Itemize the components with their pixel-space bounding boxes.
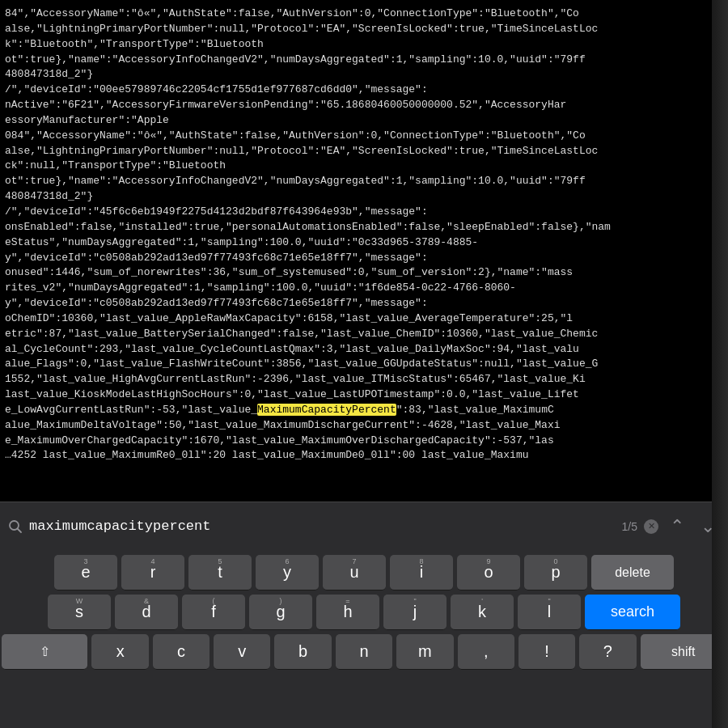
- log-line: rites_v2","numDaysAggregated":1,"samplin…: [5, 281, 707, 296]
- log-line: k":"Bluetooth","TransportType":"Bluetoot…: [5, 37, 707, 53]
- match-count: 1/5: [622, 520, 637, 533]
- key-shift-left[interactable]: ⇧: [2, 634, 87, 670]
- key-comma[interactable]: ,: [458, 634, 514, 670]
- log-line: onused":1446,"sum_of_norewrites":36,"sum…: [5, 265, 707, 281]
- search-input[interactable]: [29, 518, 616, 534]
- search-bar: 1/5 ✕ ⌃ ⌄: [0, 502, 728, 550]
- key-y[interactable]: 6y: [256, 555, 319, 590]
- search-icon: [8, 519, 23, 534]
- log-line: ot":true},"name":"AccessoryInfoChangedV2…: [5, 174, 707, 189]
- log-line: last_value_KioskModeLastHighSocHours":0,…: [5, 387, 707, 403]
- key-c[interactable]: c: [153, 634, 210, 670]
- log-line: /","deviceId":"45f6c6eb1949f2275d4123d2b…: [5, 205, 707, 220]
- log-line: 480847318d_2"}: [5, 67, 707, 83]
- key-g[interactable]: )g: [249, 595, 312, 630]
- key-t[interactable]: 5t: [188, 555, 252, 590]
- key-x[interactable]: x: [91, 634, 148, 670]
- log-line: 480847318d_2"}: [5, 189, 707, 205]
- log-content-area: 84","AccessoryName":"ô«","AuthState":fal…: [0, 0, 712, 502]
- log-line: etric":87,"last_value_BatterySerialChang…: [5, 327, 707, 342]
- key-i[interactable]: 8i: [390, 555, 453, 590]
- log-line: alse,"LightningPrimaryPortNumber":null,"…: [5, 22, 707, 37]
- log-line: alse,"LightningPrimaryPortNumber":null,"…: [5, 144, 707, 159]
- log-line: ck":null,"TransportType":"Bluetooth: [5, 159, 707, 174]
- navigate-up-button[interactable]: ⌃: [665, 514, 689, 539]
- key-exclamation[interactable]: !: [518, 634, 575, 670]
- keyboard: 3e 4r 5t 6y 7u 8i 9o 0p delete Ws &d (f …: [0, 550, 728, 728]
- log-line: nActive":"6F21","AccessoryFirmwareVersio…: [5, 98, 707, 113]
- search-highlight: MaximumCapacityPercent: [257, 404, 396, 416]
- log-line: 1552,"last_value_HighAvgCurrentLastRun":…: [5, 372, 707, 387]
- key-k[interactable]: 'k: [451, 595, 514, 630]
- key-r[interactable]: 4r: [121, 555, 184, 590]
- log-line: al_CycleCount":293,"last_value_CycleCoun…: [5, 342, 707, 358]
- log-line: y","deviceId":"c0508ab292ad13ed97f77493f…: [5, 296, 707, 311]
- key-p[interactable]: 0p: [524, 555, 587, 590]
- right-bezel: [712, 0, 728, 728]
- keyboard-row-3: ⇧ x c v b n m , ! ? shift: [2, 634, 726, 670]
- log-line: oChemID":10360,"last_value_AppleRawMaxCa…: [5, 311, 707, 327]
- key-d[interactable]: &d: [115, 595, 178, 630]
- key-l[interactable]: "l: [518, 595, 581, 630]
- key-u[interactable]: 7u: [323, 555, 386, 590]
- key-o[interactable]: 9o: [457, 555, 520, 590]
- key-m[interactable]: m: [396, 634, 453, 670]
- key-j[interactable]: "j: [383, 595, 447, 630]
- log-line: e_MaximumOverChargedCapacity":1670,"last…: [5, 434, 707, 449]
- key-delete[interactable]: delete: [591, 555, 674, 590]
- key-v[interactable]: v: [214, 634, 270, 670]
- key-n[interactable]: n: [336, 634, 392, 670]
- log-line-with-highlight: e_LowAvgCurrentLastRun":-53,"last_value_…: [5, 403, 707, 418]
- log-line: essoryManufacturer":"Apple: [5, 113, 707, 129]
- log-line: /","deviceId":"00ee57989746c22054cf1755d…: [5, 83, 707, 98]
- log-line: onsEnabled":false,"installed":true,"pers…: [5, 220, 707, 235]
- key-e[interactable]: 3e: [54, 555, 117, 590]
- log-line: …4252 last_value_MaximumRe0_0ll":20 last…: [5, 448, 707, 463]
- keyboard-row-2: Ws &d (f )g =h "j 'k "l search: [2, 595, 726, 630]
- key-b[interactable]: b: [274, 634, 331, 670]
- log-line: alue_Flags":0,"last_value_FlashWriteCoun…: [5, 357, 707, 372]
- log-line: ot":true},"name":"AccessoryInfoChangedV2…: [5, 53, 707, 68]
- keyboard-row-1: 3e 4r 5t 6y 7u 8i 9o 0p delete: [2, 555, 726, 590]
- key-h[interactable]: =h: [316, 595, 379, 630]
- key-search[interactable]: search: [585, 595, 680, 630]
- log-line: alue_MaximumDeltaVoltage":50,"last_value…: [5, 418, 707, 434]
- log-line: 84","AccessoryName":"ô«","AuthState":fal…: [5, 6, 707, 22]
- svg-line-1: [18, 528, 22, 532]
- key-question[interactable]: ?: [579, 634, 636, 670]
- key-s[interactable]: Ws: [48, 595, 111, 630]
- clear-search-button[interactable]: ✕: [644, 519, 658, 534]
- log-line: eStatus","numDaysAggregated":1,"sampling…: [5, 235, 707, 251]
- key-f[interactable]: (f: [182, 595, 245, 630]
- log-line: y","deviceId":"c0508ab292ad13ed97f77493f…: [5, 251, 707, 266]
- log-line: 084","AccessoryName":"ô«","AuthState":fa…: [5, 129, 707, 144]
